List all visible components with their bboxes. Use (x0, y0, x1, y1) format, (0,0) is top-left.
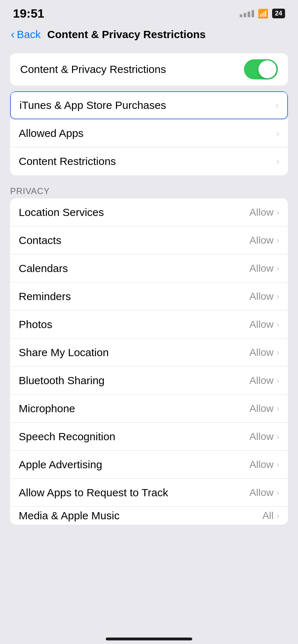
page-title: Content & Privacy Restrictions (47, 28, 206, 41)
location-services-right: Allow › (249, 207, 279, 218)
media-apple-music-label: Media & Apple Music (19, 510, 119, 522)
chevron-right-icon: › (276, 432, 279, 442)
battery-indicator: 24 (272, 9, 285, 18)
photos-value: Allow (249, 319, 274, 330)
speech-recognition-label: Speech Recognition (19, 431, 116, 443)
status-bar: 19:51 📶 24 (0, 0, 298, 24)
back-label: Back (17, 28, 41, 41)
speech-recognition-row[interactable]: Speech Recognition Allow › (10, 423, 288, 451)
home-indicator (0, 630, 298, 644)
photos-right: Allow › (249, 319, 279, 330)
toggle-card: Content & Privacy Restrictions (10, 53, 288, 86)
home-bar (106, 638, 192, 640)
allowed-apps-label: Allowed Apps (19, 127, 83, 139)
toggle-label: Content & Privacy Restrictions (20, 63, 166, 75)
chevron-right-icon: › (276, 319, 279, 330)
chevron-right-icon: › (276, 235, 279, 245)
content-privacy-toggle-row[interactable]: Content & Privacy Restrictions (10, 53, 288, 86)
toggle-knob (258, 60, 276, 78)
calendars-right: Allow › (249, 263, 279, 274)
allow-apps-to-request-right: Allow › (249, 487, 279, 498)
nav-header: ‹ Back Content & Privacy Restrictions (0, 24, 298, 47)
calendars-row[interactable]: Calendars Allow › (10, 254, 288, 282)
content-restrictions-row[interactable]: Content Restrictions › (10, 147, 288, 175)
itunes-purchases-right: › (276, 100, 279, 110)
chevron-right-icon: › (276, 156, 279, 166)
reminders-right: Allow › (249, 291, 279, 302)
content-privacy-toggle[interactable] (244, 59, 278, 79)
status-icons: 📶 24 (240, 9, 285, 19)
share-my-location-value: Allow (249, 347, 274, 358)
allowed-apps-row[interactable]: Allowed Apps › (10, 119, 288, 147)
calendars-label: Calendars (19, 262, 68, 275)
calendars-value: Allow (249, 263, 274, 274)
microphone-row[interactable]: Microphone Allow › (10, 395, 288, 423)
chevron-right-icon: › (276, 207, 279, 217)
share-my-location-row[interactable]: Share My Location Allow › (10, 339, 288, 367)
share-my-location-right: Allow › (249, 347, 279, 358)
apple-advertising-label: Apple Advertising (19, 459, 102, 471)
chevron-right-icon: › (276, 404, 279, 414)
photos-row[interactable]: Photos Allow › (10, 310, 288, 339)
toggle-section: Content & Privacy Restrictions (10, 53, 288, 86)
main-items-section: iTunes & App Store Purchases › Allowed A… (10, 91, 288, 175)
speech-recognition-right: Allow › (249, 431, 279, 442)
apple-advertising-row[interactable]: Apple Advertising Allow › (10, 451, 288, 479)
back-button[interactable]: ‹ Back (11, 28, 41, 41)
chevron-right-icon: › (276, 460, 279, 470)
media-apple-music-right: All › (262, 510, 279, 521)
chevron-right-icon: › (276, 348, 279, 358)
reminders-label: Reminders (19, 290, 71, 303)
apple-advertising-value: Allow (249, 459, 274, 470)
main-items-card: iTunes & App Store Purchases › Allowed A… (10, 91, 288, 175)
chevron-right-icon: › (276, 511, 279, 521)
media-apple-music-value: All (262, 510, 274, 521)
location-services-row[interactable]: Location Services Allow › (10, 198, 288, 226)
microphone-value: Allow (249, 403, 274, 414)
contacts-row[interactable]: Contacts Allow › (10, 226, 288, 254)
allow-apps-to-request-label: Allow Apps to Request to Track (19, 487, 168, 499)
speech-recognition-value: Allow (249, 431, 274, 442)
photos-label: Photos (19, 318, 52, 331)
share-my-location-label: Share My Location (19, 346, 109, 359)
contacts-right: Allow › (249, 235, 279, 246)
status-time: 19:51 (13, 6, 44, 20)
signal-icon (240, 10, 254, 17)
itunes-purchases-row[interactable]: iTunes & App Store Purchases › (10, 91, 288, 119)
chevron-right-icon: › (276, 100, 279, 110)
privacy-card: Location Services Allow › Contacts Allow… (10, 198, 288, 525)
chevron-right-icon: › (276, 263, 279, 273)
bluetooth-sharing-right: Allow › (249, 375, 279, 386)
chevron-right-icon: › (276, 376, 279, 386)
itunes-purchases-label: iTunes & App Store Purchases (19, 99, 166, 111)
bluetooth-sharing-label: Bluetooth Sharing (19, 374, 105, 387)
chevron-right-icon: › (276, 488, 279, 498)
content-restrictions-label: Content Restrictions (19, 155, 116, 167)
privacy-section-header: PRIVACY (0, 181, 298, 198)
back-chevron-icon: ‹ (11, 28, 15, 41)
microphone-right: Allow › (249, 403, 279, 414)
microphone-label: Microphone (19, 402, 75, 415)
reminders-row[interactable]: Reminders Allow › (10, 282, 288, 310)
location-services-value: Allow (249, 207, 274, 218)
contacts-value: Allow (249, 235, 274, 246)
contacts-label: Contacts (19, 234, 61, 247)
chevron-right-icon: › (276, 128, 279, 138)
bluetooth-sharing-row[interactable]: Bluetooth Sharing Allow › (10, 367, 288, 395)
apple-advertising-right: Allow › (249, 459, 279, 470)
reminders-value: Allow (249, 291, 274, 302)
location-services-label: Location Services (19, 206, 104, 218)
allow-apps-to-request-value: Allow (249, 487, 274, 498)
allowed-apps-right: › (276, 128, 279, 138)
allow-apps-to-request-row[interactable]: Allow Apps to Request to Track Allow › (10, 479, 288, 507)
media-apple-music-row[interactable]: Media & Apple Music All › (10, 507, 288, 525)
bluetooth-sharing-value: Allow (249, 375, 274, 386)
wifi-icon: 📶 (258, 9, 268, 19)
content-restrictions-right: › (276, 156, 279, 166)
chevron-right-icon: › (276, 291, 279, 302)
